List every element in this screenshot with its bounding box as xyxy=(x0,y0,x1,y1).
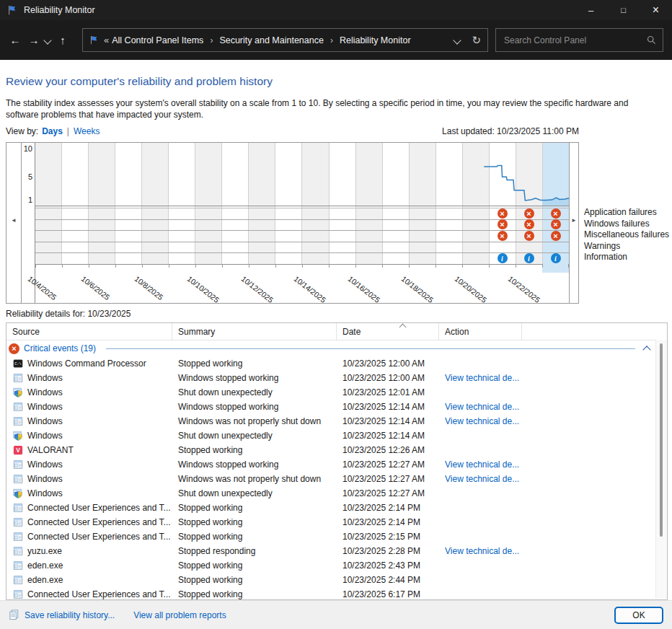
error-icon[interactable]: × xyxy=(498,219,508,229)
summary-cell: Shut down unexpectedly xyxy=(172,387,337,397)
x-axis-date-label: 10/22/2025 xyxy=(506,274,541,304)
x-axis-tick xyxy=(195,264,196,268)
breadcrumb-flag-icon xyxy=(89,35,99,45)
search-input[interactable] xyxy=(503,35,647,46)
source-text: VALORANT xyxy=(27,445,74,455)
table-row[interactable]: WindowsWindows stopped working10/23/2025… xyxy=(6,400,667,414)
x-axis-tick xyxy=(489,264,490,268)
breadcrumb-separator-icon[interactable]: › xyxy=(210,35,213,45)
view-technical-details-link[interactable]: View technical de... xyxy=(445,402,519,412)
table-row[interactable]: yuzu.exeStopped responding10/23/2025 2:2… xyxy=(6,544,667,558)
window-icon xyxy=(13,459,23,470)
date-cell: 10/23/2025 12:00 AM xyxy=(337,373,439,383)
source-cell: yuzu.exe xyxy=(6,546,172,556)
error-icon[interactable]: × xyxy=(551,208,561,219)
table-scrollbar[interactable] xyxy=(655,340,667,599)
error-icon[interactable]: × xyxy=(551,231,561,241)
view-technical-details-link[interactable]: View technical de... xyxy=(445,474,519,484)
close-button[interactable]: × xyxy=(640,0,672,20)
table-row[interactable]: C:\Windows Command ProcessorStopped work… xyxy=(6,356,667,371)
forward-button[interactable]: → xyxy=(25,34,43,46)
chart-scroll-left[interactable]: ◄ xyxy=(6,143,22,303)
error-icon[interactable]: × xyxy=(498,231,508,241)
breadcrumb-overflow-icon[interactable]: « xyxy=(104,35,109,45)
view-by-separator: | xyxy=(67,126,69,136)
shield-icon xyxy=(13,488,23,498)
minimize-button[interactable]: – xyxy=(575,0,607,20)
summary-cell: Stopped working xyxy=(172,359,337,369)
address-bar[interactable]: « All Control Panel Items›Security and M… xyxy=(82,28,488,52)
x-axis-date-label: 10/12/2025 xyxy=(239,274,275,304)
table-row[interactable]: WindowsWindows was not properly shut dow… xyxy=(6,472,667,486)
save-history-icon xyxy=(9,610,19,620)
back-button[interactable]: ← xyxy=(6,34,25,46)
collapse-chevron-icon[interactable] xyxy=(642,346,650,353)
window-icon xyxy=(13,373,23,383)
source-cell: Windows xyxy=(6,416,172,426)
scroll-left-icon[interactable]: ◄ xyxy=(6,217,21,224)
error-icon[interactable]: × xyxy=(524,208,534,219)
refresh-icon[interactable]: ↻ xyxy=(472,34,481,47)
view-technical-details-link[interactable]: View technical de... xyxy=(445,546,519,556)
breadcrumb-item[interactable]: Reliability Monitor xyxy=(340,35,411,45)
error-icon[interactable]: × xyxy=(498,208,508,219)
table-row[interactable]: eden.exeStopped working10/23/2025 2:44 P… xyxy=(6,573,667,587)
table-row[interactable]: WindowsShut down unexpectedly10/23/2025 … xyxy=(6,385,667,400)
table-row[interactable]: WindowsShut down unexpectedly10/23/2025 … xyxy=(6,428,667,443)
table-row[interactable]: Connected User Experiences and T...Stopp… xyxy=(6,587,667,600)
view-technical-details-link[interactable]: View technical de... xyxy=(445,373,519,383)
view-by-days-link[interactable]: Days xyxy=(42,126,63,136)
table-row[interactable]: Connected User Experiences and T...Stopp… xyxy=(6,529,667,544)
address-dropdown-chevron-icon[interactable] xyxy=(454,36,461,44)
search-box[interactable] xyxy=(495,28,663,52)
scrollbar-thumb[interactable] xyxy=(660,343,663,537)
breadcrumb-item[interactable]: Security and Maintenance xyxy=(219,35,324,45)
table-row[interactable]: WindowsWindows stopped working10/23/2025… xyxy=(6,371,667,385)
summary-cell: Windows was not properly shut down xyxy=(172,416,337,426)
x-axis-tick xyxy=(382,264,383,268)
summary-cell: Stopped working xyxy=(172,560,337,571)
up-button[interactable]: ↑ xyxy=(53,34,72,46)
scroll-right-icon[interactable]: ► xyxy=(570,217,578,224)
error-icon[interactable]: × xyxy=(524,219,534,229)
breadcrumb-separator-icon[interactable]: › xyxy=(330,35,333,45)
column-header-date[interactable]: Date xyxy=(337,323,439,340)
page-title: Review your computer's reliability and p… xyxy=(6,75,273,88)
breadcrumb-item[interactable]: All Control Panel Items xyxy=(112,35,203,45)
x-axis-tick xyxy=(542,264,543,268)
search-icon[interactable] xyxy=(647,35,656,45)
view-technical-details-link[interactable]: View technical de... xyxy=(445,416,519,426)
view-technical-details-link[interactable]: View technical de... xyxy=(445,459,519,470)
table-row[interactable]: VVALORANTStopped working10/23/2025 12:26… xyxy=(6,443,667,457)
save-reliability-history-link[interactable]: Save reliability history... xyxy=(25,610,115,620)
column-header-summary[interactable]: Summary xyxy=(172,323,337,340)
summary-cell: Stopped responding xyxy=(172,546,337,556)
table-row[interactable]: eden.exeStopped working10/23/2025 2:43 P… xyxy=(6,558,667,573)
info-icon[interactable]: i xyxy=(498,253,508,263)
view-by-weeks-link[interactable]: Weeks xyxy=(74,126,100,136)
ok-button[interactable]: OK xyxy=(614,607,663,624)
x-axis-tick xyxy=(516,264,516,268)
table-row[interactable]: Connected User Experiences and T...Stopp… xyxy=(6,501,667,515)
table-row[interactable]: Connected User Experiences and T...Stopp… xyxy=(6,515,667,529)
chart-scroll-right[interactable]: ► xyxy=(569,143,578,303)
critical-events-group-row[interactable]: × Critical events (19) xyxy=(6,340,667,356)
column-header-source[interactable]: Source xyxy=(6,323,172,340)
view-all-problem-reports-link[interactable]: View all problem reports xyxy=(133,610,226,620)
recent-pages-chevron-icon[interactable] xyxy=(43,36,51,44)
x-axis-tick xyxy=(35,264,36,268)
column-header-action[interactable]: Action xyxy=(439,323,522,340)
action-cell: View technical de... xyxy=(439,474,598,484)
maximize-button[interactable]: □ xyxy=(607,0,640,20)
table-row[interactable]: WindowsWindows was not properly shut dow… xyxy=(6,414,667,428)
info-icon[interactable]: i xyxy=(524,253,534,263)
table-row[interactable]: WindowsShut down unexpectedly10/23/2025 … xyxy=(6,486,667,501)
info-icon[interactable]: i xyxy=(551,253,561,263)
table-row[interactable]: WindowsWindows stopped working10/23/2025… xyxy=(6,457,667,472)
legend-item: Windows failures xyxy=(584,219,650,230)
error-icon[interactable]: × xyxy=(551,219,561,229)
error-icon[interactable]: × xyxy=(524,231,534,241)
source-cell: Windows xyxy=(6,387,172,397)
y-axis-tick-label: 1 xyxy=(28,195,32,204)
date-cell: 10/23/2025 2:15 PM xyxy=(337,532,439,542)
